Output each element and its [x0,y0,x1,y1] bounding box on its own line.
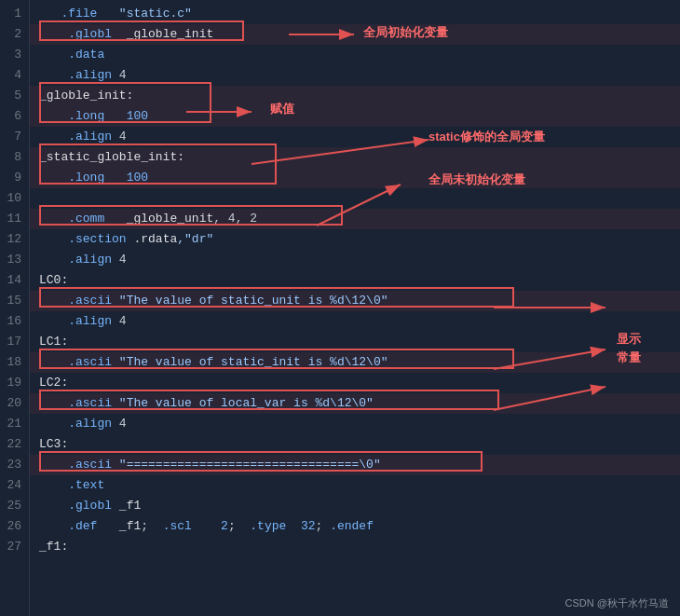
code-line-11: .comm _globle_unit , 4, 2 [30,209,680,229]
code-line-19: LC2: [30,373,680,393]
code-line-10 [30,188,680,209]
code-line-17: LC1: [30,332,680,352]
code-line-13: .align 4 [30,250,680,270]
code-line-14: LC0: [30,270,680,291]
code-line-6: .long 100 [30,106,680,127]
code-line-2: .globl _globle_init [30,24,680,45]
line-numbers: 1 2 3 4 5 6 7 8 9 10 11 12 13 14 15 16 1… [0,0,30,616]
code-line-16: .align 4 [30,311,680,332]
code-line-24: .text [30,475,680,496]
code-line-18: .ascii "The value of static_init is %d\1… [30,352,680,373]
code-line-21: .align 4 [30,414,680,434]
code-line-3: .data [30,45,680,65]
code-line-12: .section .rdata ,"dr" [30,229,680,250]
code-line-15: .ascii "The value of static_unit is %d\1… [30,291,680,311]
code-line-8: _static_globle_init: [30,147,680,168]
code-line-5: _globle_init: [30,86,680,106]
code-line-9: .long 100 [30,168,680,188]
footer-text: CSDN @秋千水竹马道 [565,596,669,610]
code-area: .file "static.c" .globl _globle_init .da… [30,0,680,616]
code-line-7: .align 4 [30,127,680,147]
code-line-27: _f1: [30,537,680,557]
code-line-25: .globl _f1 [30,496,680,516]
code-line-23: .ascii "================================… [30,455,680,475]
code-line-4: .align 4 [30,65,680,86]
code-line-22: LC3: [30,434,680,455]
code-line-26: .def _f1 ; .scl 2 ; .type 32 ; .endef [30,516,680,537]
code-line-20: .ascii "The value of local_var is %d\12\… [30,393,680,414]
directive-file: .file [39,4,97,24]
code-line-1: .file "static.c" [30,4,680,24]
code-container: 1 2 3 4 5 6 7 8 9 10 11 12 13 14 15 16 1… [0,0,680,616]
